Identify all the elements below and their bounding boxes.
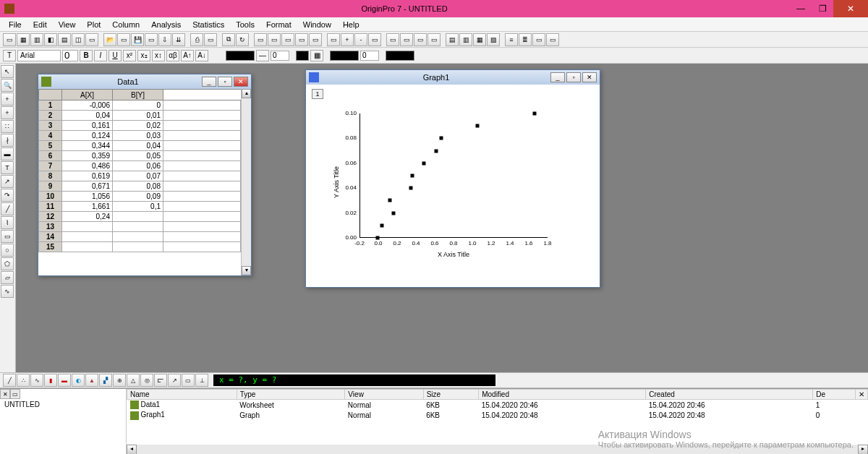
menu-format[interactable]: Format	[260, 19, 297, 30]
column-plot-icon[interactable]: ▮	[44, 374, 57, 387]
scroll-right-icon[interactable]: ▸	[858, 445, 868, 454]
grid2-icon[interactable]: ▥	[459, 33, 472, 46]
data-table[interactable]: A[X]B[Y] 1-0,006020,040,0130,1610,0240,1…	[38, 89, 241, 275]
corner-cell[interactable]	[39, 90, 62, 100]
cell-b[interactable]: 0,04	[113, 141, 163, 151]
row-header[interactable]: 12	[39, 212, 62, 222]
expl-col-de[interactable]: De	[813, 390, 856, 400]
ternary-plot-icon[interactable]: △	[127, 374, 140, 387]
data-point[interactable]	[376, 236, 380, 240]
cell-b[interactable]: 0,03	[113, 131, 163, 141]
freehand-icon[interactable]: ∿	[1, 285, 14, 298]
add-layer-icon[interactable]: ▭	[268, 33, 281, 46]
graph-close-button[interactable]: ✕	[582, 72, 597, 82]
open-template-icon[interactable]: ▭	[117, 33, 130, 46]
row-header[interactable]: 15	[39, 242, 62, 252]
minimize-button[interactable]: —	[790, 0, 812, 17]
rect-tool-icon[interactable]: ▭	[1, 230, 14, 243]
cell-b[interactable]: 0,08	[113, 181, 163, 192]
new-color-icon[interactable]: ▭	[254, 33, 267, 46]
cell-b[interactable]: 0,06	[113, 161, 163, 171]
scroll-down-icon[interactable]: ▾	[242, 266, 251, 275]
list2-icon[interactable]: ≣	[519, 33, 532, 46]
decrease-font-icon[interactable]: A↓	[195, 50, 208, 61]
polyline-icon[interactable]: ⌇	[1, 216, 14, 229]
superscript-icon[interactable]: x²	[123, 50, 136, 61]
new-matrix-icon[interactable]: ▤	[58, 33, 71, 46]
cell-b[interactable]	[113, 242, 163, 252]
curved-arrow-icon[interactable]: ↷	[1, 189, 14, 202]
row-header[interactable]: 6	[39, 151, 62, 161]
data-point[interactable]	[391, 211, 395, 215]
cell-b[interactable]: 0,1	[113, 202, 163, 212]
italic-icon[interactable]: I	[94, 50, 107, 61]
merge-icon[interactable]: ▭	[295, 33, 308, 46]
text-color-swatch[interactable]	[386, 51, 414, 61]
cell-b[interactable]: 0,09	[113, 192, 163, 202]
vector-plot-icon[interactable]: ↗	[168, 374, 181, 387]
data-point[interactable]	[435, 149, 438, 153]
cell-a[interactable]: 0,04	[62, 111, 113, 121]
data-minimize-button[interactable]: _	[202, 77, 216, 87]
graph-plot-area[interactable]: 1 Y Axis Title X Axis Title 0.000.020.04…	[306, 85, 600, 287]
polygon-tool-icon[interactable]: ⬠	[1, 257, 14, 270]
font-select[interactable]	[17, 50, 61, 61]
expl-col-type[interactable]: Type	[237, 390, 345, 400]
data-point[interactable]	[440, 137, 443, 140]
data-reader-icon[interactable]: ∷	[1, 120, 14, 133]
col-header-a[interactable]: A[X]	[62, 90, 113, 100]
new-graph-icon[interactable]: ◧	[44, 33, 57, 46]
area-plot-icon[interactable]: ▲	[85, 374, 98, 387]
expl-col-created[interactable]: Created	[646, 390, 813, 400]
layer-button[interactable]: 1	[312, 89, 323, 99]
layer4-icon[interactable]: ▭	[427, 33, 441, 46]
template-plot-icon[interactable]: ▭	[182, 374, 195, 387]
expl-col-modified[interactable]: Modified	[479, 390, 646, 400]
cell-a[interactable]	[62, 222, 113, 232]
import-multiple-icon[interactable]: ⇊	[172, 33, 185, 46]
cell-a[interactable]: 0,671	[62, 181, 113, 192]
zoom-tool-icon[interactable]: 🔍	[1, 79, 14, 92]
row-header[interactable]: 8	[39, 171, 62, 181]
data-point[interactable]	[476, 124, 480, 128]
print-preview-icon[interactable]: ▭	[204, 33, 217, 46]
row-header[interactable]: 1	[39, 100, 62, 111]
symbol-color-swatch[interactable]	[330, 51, 359, 61]
row-header[interactable]: 14	[39, 232, 62, 242]
explorer-row[interactable]: Data1WorksheetNormal6KB15.04.2020 20:461…	[127, 400, 868, 411]
expl-col-size[interactable]: Size	[423, 390, 479, 400]
data-window[interactable]: Data1 _ ▫ ✕ A[X]B[Y] 1-0,006020,040,0130…	[38, 74, 252, 276]
cell-a[interactable]: 1,661	[62, 202, 113, 212]
pointer-icon[interactable]: ↖	[1, 65, 14, 78]
circle-tool-icon[interactable]: ○	[1, 244, 14, 257]
cell-b[interactable]: 0,02	[113, 121, 163, 131]
line-width-1[interactable]	[271, 51, 289, 61]
grid1-icon[interactable]: ▤	[446, 33, 459, 46]
graph-maximize-button[interactable]: ▫	[566, 72, 581, 82]
cell-b[interactable]: 0,07	[113, 171, 163, 181]
rescale-icon[interactable]: ▭	[327, 33, 340, 46]
cell-a[interactable]: 0,24	[62, 212, 113, 222]
data-selector-icon[interactable]: ∤	[1, 134, 14, 147]
menu-tools[interactable]: Tools	[230, 19, 260, 30]
menu-edit[interactable]: Edit	[27, 19, 53, 30]
extract-layers-icon[interactable]: ▭	[281, 33, 294, 46]
region-tool-icon[interactable]: ▱	[1, 271, 14, 284]
expl-col-closebtn[interactable]: ✕	[856, 390, 868, 400]
bar-plot-icon[interactable]: ▬	[58, 374, 71, 387]
mask-tool-icon[interactable]: ▬	[1, 147, 14, 160]
data-maximize-button[interactable]: ▫	[218, 77, 232, 87]
grid4-icon[interactable]: ▧	[487, 33, 500, 46]
cell-b[interactable]	[113, 222, 163, 232]
data-window-titlebar[interactable]: Data1 _ ▫ ✕	[38, 74, 251, 89]
row-header[interactable]: 3	[39, 121, 62, 131]
cell-a[interactable]: 0,486	[62, 161, 113, 171]
cell-a[interactable]: 1,056	[62, 192, 113, 202]
cell-a[interactable]	[62, 232, 113, 242]
layer1-icon[interactable]: ▭	[386, 33, 399, 46]
line-plot-icon[interactable]: ╱	[3, 374, 16, 387]
x-axis-label[interactable]: X Axis Title	[359, 251, 548, 258]
maximize-button[interactable]: ❐	[812, 0, 833, 17]
cell-b[interactable]	[113, 232, 163, 242]
font-size[interactable]	[62, 50, 78, 61]
